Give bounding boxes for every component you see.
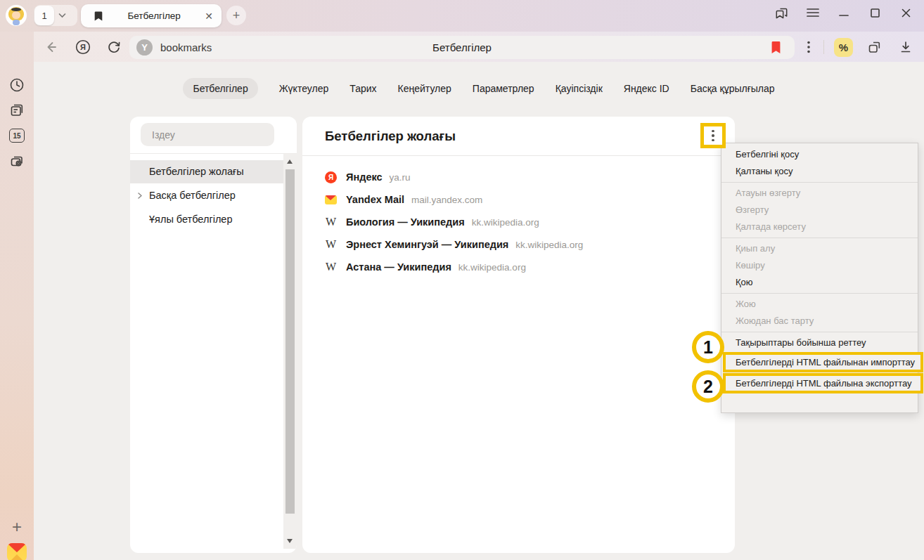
tab-extensions[interactable]: Кеңейтулер (398, 78, 451, 99)
menu-item-delete: Жою (721, 296, 918, 313)
menu-item-copy: Көшіру (721, 257, 918, 274)
toolbar-separator (823, 40, 824, 54)
chevron-right-icon[interactable] (137, 193, 143, 199)
scrollbar-thumb[interactable] (285, 169, 295, 514)
bookmark-row[interactable]: Я Яндекс ya.ru (302, 166, 735, 188)
screenshot-camera-icon[interactable] (7, 151, 27, 171)
favicon-glyph: W (326, 261, 336, 273)
chevron-down-icon[interactable] (58, 13, 66, 18)
menu-item-edit: Өзгерту (721, 202, 918, 219)
panel-title: Бетбелгілер жолағы (325, 117, 456, 155)
favicon-envelope (325, 195, 337, 204)
bookmark-url: kk.wikipedia.org (472, 217, 539, 228)
panels-icon[interactable] (772, 3, 792, 22)
wikipedia-favicon: W (325, 239, 337, 251)
menu-item-paste[interactable]: Қою (721, 274, 918, 291)
settings-nav-tabs: Бетбелгілер Жүктеулер Тарих Кеңейтулер П… (34, 78, 924, 99)
bookmark-name[interactable]: Yandex Mail (346, 194, 404, 205)
scroll-down-icon[interactable] (287, 539, 293, 543)
tab-settings[interactable]: Параметрлер (473, 78, 534, 99)
wikipedia-favicon: W (325, 261, 337, 273)
calendar-number: 15 (9, 129, 25, 143)
new-tab-button[interactable]: + (226, 6, 246, 25)
favicon-glyph: W (326, 239, 336, 250)
favicon-glyph: Я (325, 171, 337, 183)
menu-separator (721, 293, 918, 294)
menu-item-cut: Қиып алу (721, 240, 918, 257)
bookmark-name[interactable]: Биология — Уикипедия (346, 216, 465, 228)
annotation-step-1: 1 (692, 331, 724, 363)
folder-other-bookmarks[interactable]: Басқа бетбелгілер (130, 184, 283, 207)
close-window-icon[interactable] (896, 3, 916, 22)
tab-yandex-id[interactable]: Яндекс ID (624, 78, 669, 99)
extensions-icon[interactable] (864, 36, 886, 58)
active-tab-title: Бетбелгілер (103, 11, 205, 21)
tab-counter[interactable]: 1 (34, 5, 77, 26)
search-input[interactable] (141, 123, 274, 146)
back-icon[interactable] (39, 36, 62, 58)
minimize-icon[interactable] (834, 3, 854, 22)
tab-history[interactable]: Тарих (349, 78, 376, 99)
yandex-icon[interactable]: Я (72, 36, 94, 58)
tab-downloads[interactable]: Жүктеулер (279, 78, 329, 99)
folder-bookmarks-bar[interactable]: Бетбелгілер жолағы (130, 160, 283, 183)
menu-item-add-bookmark[interactable]: Бетбелгіні қосу (721, 146, 918, 163)
tab-other-devices[interactable]: Басқа құрылғылар (691, 78, 775, 99)
plus-glyph: + (12, 517, 22, 537)
menu-item-import-html[interactable]: Бетбелгілерді HTML файлынан импорттау (723, 352, 923, 372)
bookmark-row[interactable]: W Эрнест Хемингуэй — Уикипедия kk.wikipe… (302, 233, 735, 256)
tab-security[interactable]: Қауіпсіздік (556, 78, 603, 99)
mail-flap (7, 543, 27, 552)
search-field-wrap (141, 123, 274, 146)
annotation-step-2: 2 (692, 370, 724, 403)
menu-icon[interactable] (803, 3, 823, 22)
kebab-highlight-box (700, 123, 726, 148)
bookmark-row[interactable]: W Астана — Уикипедия kk.wikipedia.org (302, 256, 735, 278)
plus-icon[interactable]: + (7, 517, 27, 537)
menu-separator (721, 332, 918, 332)
menu-item-undo-delete: Жоюдан бас тарту (721, 313, 918, 330)
scrollbar[interactable] (283, 154, 297, 549)
more-actions-kebab-icon[interactable] (712, 130, 714, 142)
avatar-body (13, 20, 20, 25)
favicon-glyph: W (326, 216, 336, 228)
history-clock-icon[interactable] (7, 75, 27, 95)
bookmark-flag-icon[interactable] (770, 40, 782, 55)
profile-avatar[interactable] (6, 5, 27, 26)
panel-divider (130, 153, 297, 154)
menu-item-sort-by-title[interactable]: Тақырыптары бойынша реттеу (721, 334, 918, 351)
menu-item-export-html[interactable]: Бетбелгілерді HTML файлына экспорттау (723, 373, 923, 393)
percent-icon[interactable]: % (834, 38, 853, 57)
kebab-icon[interactable] (797, 36, 820, 58)
folder-mobile-bookmarks[interactable]: Ұялы бетбелгілер (130, 208, 283, 231)
menu-item-show-in-folder: Қалтада көрсету (721, 219, 918, 235)
bookmark-row[interactable]: Yandex Mail mail.yandex.com (302, 188, 735, 211)
yandex-favicon: Я (325, 171, 337, 183)
bookmark-name[interactable]: Эрнест Хемингуэй — Уикипедия (346, 239, 508, 250)
scroll-up-icon[interactable] (287, 159, 293, 164)
mail-fold (7, 554, 27, 560)
active-tab[interactable]: Бетбелгілер ✕ (81, 4, 222, 27)
tab-bookmarks[interactable]: Бетбелгілер (183, 78, 257, 99)
yandex-mail-icon[interactable] (7, 542, 27, 560)
notes-icon[interactable] (7, 100, 27, 120)
folder-label: Басқа бетбелгілер (149, 190, 236, 201)
wikipedia-favicon: W (325, 216, 337, 228)
tab-count-badge[interactable]: 1 (34, 6, 54, 25)
bookmark-row[interactable]: W Биология — Уикипедия kk.wikipedia.org (302, 211, 735, 233)
download-icon[interactable] (894, 36, 917, 58)
bookmark-name[interactable]: Яндекс (346, 171, 383, 183)
address-bar[interactable]: Y bookmarks Бетбелгілер (129, 36, 795, 59)
folders-panel: Бетбелгілер жолағы Басқа бетбелгілер Ұял… (130, 117, 297, 553)
bookmarks-context-menu: Бетбелгіні қосу Қалтаны қосу Атауын өзге… (721, 143, 918, 413)
bookmark-url: kk.wikipedia.org (458, 262, 526, 273)
maximize-icon[interactable] (865, 3, 885, 22)
calendar-icon[interactable]: 15 (7, 126, 27, 145)
bookmark-name[interactable]: Астана — Уикипедия (346, 261, 451, 273)
browser-chrome: 1 Бетбелгілер ✕ + Я Y (0, 0, 924, 62)
bookmark-url: kk.wikipedia.org (515, 240, 583, 250)
refresh-icon[interactable] (103, 36, 125, 58)
menu-item-add-folder[interactable]: Қалтаны қосу (721, 163, 918, 180)
menu-separator (721, 237, 918, 238)
close-tab-icon[interactable]: ✕ (205, 11, 213, 21)
